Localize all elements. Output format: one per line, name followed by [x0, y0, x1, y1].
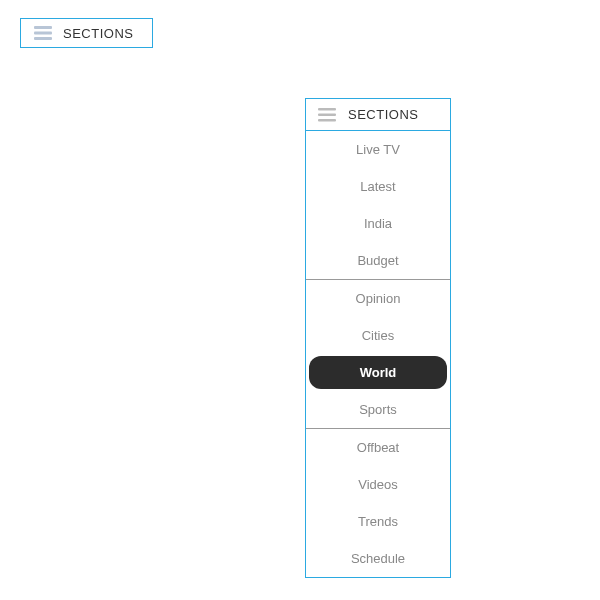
menu-item-world[interactable]: World	[309, 356, 447, 389]
sections-button-label: SECTIONS	[63, 26, 133, 41]
hamburger-icon	[33, 25, 53, 41]
menu-group: OffbeatVideosTrendsSchedule	[306, 429, 450, 577]
svg-rect-0	[34, 26, 52, 29]
hamburger-icon	[318, 108, 336, 122]
dropdown-header[interactable]: SECTIONS	[306, 99, 450, 131]
menu-group: Live TVLatestIndiaBudget	[306, 131, 450, 280]
svg-rect-3	[318, 108, 336, 111]
menu-item-live-tv[interactable]: Live TV	[306, 131, 450, 168]
menu-item-budget[interactable]: Budget	[306, 242, 450, 279]
menu-item-schedule[interactable]: Schedule	[306, 540, 450, 577]
menu-item-trends[interactable]: Trends	[306, 503, 450, 540]
menu-item-latest[interactable]: Latest	[306, 168, 450, 205]
svg-rect-1	[34, 32, 52, 35]
sections-button[interactable]: SECTIONS	[20, 18, 153, 48]
menu-item-india[interactable]: India	[306, 205, 450, 242]
sections-dropdown: SECTIONS Live TVLatestIndiaBudgetOpinion…	[305, 98, 451, 578]
menu-item-videos[interactable]: Videos	[306, 466, 450, 503]
menu-item-opinion[interactable]: Opinion	[306, 280, 450, 317]
svg-rect-2	[34, 37, 52, 40]
svg-rect-5	[318, 119, 336, 122]
svg-rect-4	[318, 113, 336, 116]
menu-item-offbeat[interactable]: Offbeat	[306, 429, 450, 466]
menu-group: OpinionCitiesWorldSports	[306, 280, 450, 429]
dropdown-header-label: SECTIONS	[348, 107, 418, 122]
menu-item-cities[interactable]: Cities	[306, 317, 450, 354]
menu-item-sports[interactable]: Sports	[306, 391, 450, 428]
